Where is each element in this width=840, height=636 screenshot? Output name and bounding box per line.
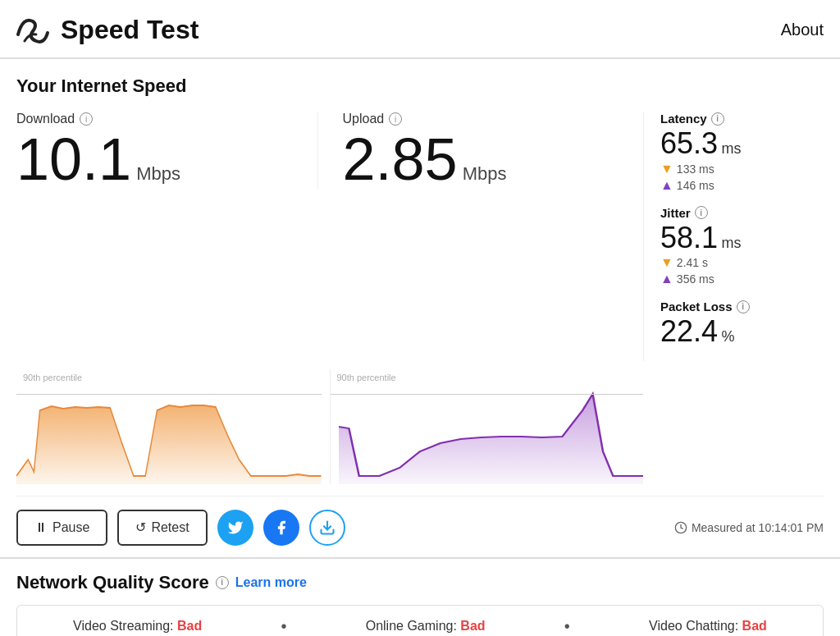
download-label: Download i <box>16 112 309 126</box>
jitter-info-icon[interactable]: i <box>695 206 708 219</box>
button-group: ⏸ Pause ↺ Retest <box>16 510 345 546</box>
nq-video-chatting-value: Bad <box>742 619 767 633</box>
packet-loss-value-row: 22.4 % <box>660 315 824 348</box>
upload-chart-label: 90th percentile <box>337 373 396 382</box>
download-chart: 90th percentile <box>16 369 322 484</box>
nq-online-gaming: Online Gaming: Bad <box>366 619 486 634</box>
app-title: Speed Test <box>61 15 199 45</box>
download-chart-svg <box>16 369 322 484</box>
download-area <box>16 405 322 484</box>
download-value: 10.1 <box>16 130 131 189</box>
packet-loss-unit: % <box>722 328 735 345</box>
nq-bar: Video Streaming: Bad • Online Gaming: Ba… <box>16 605 824 636</box>
upload-percentile-line <box>331 394 644 395</box>
pause-icon: ⏸ <box>34 520 48 535</box>
twitter-icon <box>227 519 244 536</box>
upload-value: 2.85 <box>343 130 458 189</box>
nq-dot-1: • <box>281 617 286 636</box>
download-percentile-line <box>16 394 322 395</box>
jitter-up: ▲ 356 ms <box>660 272 824 286</box>
internet-speed-title: Your Internet Speed <box>16 75 824 97</box>
upload-value-row: 2.85 Mbps <box>343 130 636 189</box>
packet-loss-label: Packet Loss i <box>660 300 824 313</box>
main-content: Your Internet Speed Download i 10.1 Mbps… <box>0 59 840 557</box>
logo-icon <box>13 10 52 49</box>
jitter-item: Jitter i 58.1 ms ▼ 2.41 s ▲ 356 ms <box>660 206 824 287</box>
latency-down-arrow: ▼ <box>660 162 673 176</box>
upload-label: Upload i <box>343 112 636 126</box>
section-divider <box>0 557 840 559</box>
network-quality-section: Network Quality Score i Learn more Video… <box>0 572 840 636</box>
facebook-icon <box>273 519 290 536</box>
jitter-down-arrow: ▼ <box>660 255 673 270</box>
latency-value: 65.3 <box>660 126 718 160</box>
download-result-button[interactable] <box>309 510 345 546</box>
download-info-icon[interactable]: i <box>80 112 93 126</box>
latency-info-icon[interactable]: i <box>711 112 724 126</box>
clock-icon <box>674 521 687 534</box>
jitter-value: 58.1 <box>660 221 718 254</box>
jitter-unit: ms <box>722 235 742 251</box>
upload-panel: Upload i 2.85 Mbps <box>317 112 636 189</box>
download-icon <box>319 519 336 536</box>
retest-icon: ↺ <box>135 519 146 535</box>
packet-loss-value: 22.4 <box>660 314 718 348</box>
latency-label: Latency i <box>660 112 824 126</box>
chart-spacer <box>643 369 824 484</box>
nq-online-gaming-value: Bad <box>460 619 485 633</box>
charts-row: 90th percentile 90th percentile <box>16 369 824 484</box>
download-unit: Mbps <box>136 163 180 185</box>
latency-panel: Latency i 65.3 ms ▼ 133 ms ▲ 146 ms <box>643 112 824 361</box>
jitter-down: ▼ 2.41 s <box>660 255 824 270</box>
latency-up-arrow: ▲ <box>660 178 673 193</box>
controls-row: ⏸ Pause ↺ Retest Measured at 10:14:01 PM <box>16 496 824 557</box>
nq-video-streaming: Video Streaming: Bad <box>73 619 202 634</box>
upload-chart-svg <box>339 369 644 484</box>
nq-video-chatting: Video Chatting: Bad <box>649 619 767 634</box>
learn-more-link[interactable]: Learn more <box>235 575 307 590</box>
download-chart-label: 90th percentile <box>23 373 82 382</box>
nq-dot-2: • <box>564 617 570 636</box>
measured-at: Measured at 10:14:01 PM <box>674 521 824 534</box>
upload-chart: 90th percentile <box>330 369 644 484</box>
latency-value-row: 65.3 ms <box>660 127 824 160</box>
latency-down: ▼ 133 ms <box>660 162 824 176</box>
nq-video-streaming-value: Bad <box>177 619 202 633</box>
header-left: Speed Test <box>13 10 199 49</box>
nq-info-icon[interactable]: i <box>216 576 229 589</box>
download-value-row: 10.1 Mbps <box>16 130 309 189</box>
facebook-share-button[interactable] <box>263 510 299 546</box>
upload-info-icon[interactable]: i <box>389 112 402 126</box>
app-header: Speed Test About <box>0 0 840 59</box>
latency-item: Latency i 65.3 ms ▼ 133 ms ▲ 146 ms <box>660 112 824 193</box>
jitter-value-row: 58.1 ms <box>660 222 824 254</box>
latency-unit: ms <box>722 140 742 157</box>
latency-up: ▲ 146 ms <box>660 178 824 193</box>
jitter-label: Jitter i <box>660 206 824 220</box>
upload-unit: Mbps <box>463 163 507 185</box>
pause-button[interactable]: ⏸ Pause <box>16 510 107 546</box>
packet-loss-item: Packet Loss i 22.4 % <box>660 300 824 348</box>
nq-title: Network Quality Score i Learn more <box>16 572 824 593</box>
packet-loss-info-icon[interactable]: i <box>737 300 750 313</box>
upload-area <box>339 394 644 484</box>
download-panel: Download i 10.1 Mbps <box>16 112 309 189</box>
about-button[interactable]: About <box>781 21 824 39</box>
twitter-share-button[interactable] <box>217 510 253 546</box>
jitter-up-arrow: ▲ <box>660 272 673 286</box>
speed-row: Download i 10.1 Mbps Upload i 2.85 Mbps <box>16 112 824 361</box>
retest-button[interactable]: ↺ Retest <box>117 510 207 546</box>
